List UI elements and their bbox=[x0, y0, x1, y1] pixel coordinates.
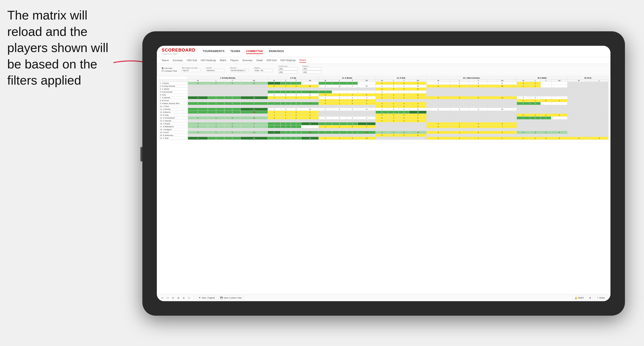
matrix-cell: 2 bbox=[516, 82, 530, 85]
matrix-cell bbox=[347, 134, 358, 137]
matrix-cell bbox=[540, 96, 551, 99]
matrix-cell: 11 bbox=[240, 108, 268, 111]
nav-committee[interactable]: COMMITTEE bbox=[246, 49, 263, 54]
subnav-h2hgrid2[interactable]: H2H Grid bbox=[266, 58, 276, 62]
matrix-cell: 40 bbox=[301, 85, 319, 88]
matrix-cell bbox=[590, 120, 608, 122]
matrix-cell: 1 bbox=[291, 125, 301, 128]
subnav-h2hgrid[interactable]: H2H Grid bbox=[187, 58, 197, 62]
matrix-cell bbox=[516, 134, 530, 137]
subnav-players[interactable]: Players bbox=[230, 58, 238, 62]
players-select2[interactable]: (All) bbox=[302, 71, 322, 74]
matrix-cell bbox=[530, 122, 540, 125]
view-original-btn[interactable]: 👁 View: Original bbox=[197, 296, 216, 300]
matrix-cell: 3 bbox=[188, 117, 208, 120]
matrix-cell: 7 bbox=[280, 85, 291, 88]
subnav-matrix2[interactable]: Matrix bbox=[300, 58, 306, 63]
layout-btn[interactable]: ⊞ bbox=[588, 296, 593, 300]
subnav-h2hheatmap2[interactable]: H2H Heatmap bbox=[280, 58, 296, 62]
matrix-cell: 1 bbox=[188, 102, 208, 105]
redo-icon[interactable]: ↪ bbox=[166, 296, 170, 300]
matrix-cell bbox=[426, 88, 450, 91]
matrix-cell: 17 bbox=[409, 108, 426, 111]
region-label: Region bbox=[254, 67, 274, 69]
table-row: 20. E Andersson0108 bbox=[159, 134, 608, 137]
matrix-cell: 0 bbox=[208, 111, 224, 114]
matrix-table: 2. M Kelly Mulcahy 6. A Dy 11. G Woods 2… bbox=[159, 76, 608, 140]
players-label: Players bbox=[302, 65, 322, 67]
matrix-cell bbox=[301, 88, 319, 91]
matrix-cell: 0 bbox=[469, 125, 488, 128]
nav-rankings[interactable]: RANKINGS bbox=[269, 49, 284, 54]
players-select1[interactable]: (All) bbox=[302, 67, 322, 70]
compact-view-radio[interactable]: Compact View bbox=[162, 70, 177, 72]
matrix-cell bbox=[388, 99, 399, 102]
matrix-cell: 11 bbox=[409, 93, 426, 96]
max-players-select[interactable]: Top 25 bbox=[182, 69, 201, 72]
zoom-out-icon[interactable]: ⊖ bbox=[182, 296, 185, 300]
matrix-cell bbox=[530, 105, 540, 108]
matrix-cell bbox=[208, 128, 224, 131]
full-view-dot bbox=[162, 67, 164, 69]
matrix-cell bbox=[530, 108, 540, 111]
matrix-cell bbox=[301, 128, 319, 131]
matrix-cell: 3 bbox=[450, 82, 469, 85]
filter-bar: Full View Compact View Max players in vi… bbox=[157, 64, 610, 75]
matrix-cell: 0 bbox=[426, 122, 450, 125]
sh-d6: Dif bbox=[551, 80, 568, 82]
nav-tournaments[interactable]: TOURNAMENTS bbox=[203, 49, 225, 54]
watch-btn[interactable]: 🔔 Watch bbox=[573, 296, 586, 300]
matrix-cell: 1 bbox=[388, 96, 399, 99]
save-custom-btn[interactable]: 💾 Save Custom View bbox=[218, 296, 244, 300]
matrix-cell: 0 bbox=[224, 117, 240, 120]
matrix-cell bbox=[388, 137, 399, 140]
matrix-cell: 0 bbox=[376, 134, 388, 137]
matrix-cell bbox=[347, 111, 358, 114]
zoom-in-icon[interactable]: ⊕ bbox=[176, 296, 180, 300]
region-select[interactable]: East - DII bbox=[254, 69, 274, 72]
subnav-summary[interactable]: Summary bbox=[172, 58, 183, 62]
conference-select2[interactable]: (All) bbox=[278, 71, 298, 74]
sub-navigation: Teams Summary H2H Grid H2H Heatmap Matri… bbox=[157, 57, 610, 64]
logo-subtitle: Powered by clippd bbox=[162, 53, 196, 55]
matrix-cell bbox=[568, 96, 590, 99]
matrix-cell bbox=[568, 85, 590, 88]
full-view-radio[interactable]: Full View bbox=[162, 67, 177, 69]
refresh-icon[interactable]: ⟳ bbox=[171, 296, 175, 300]
matrix-cell: 4 bbox=[409, 96, 426, 99]
matrix-cell bbox=[590, 91, 608, 93]
matrix-cell bbox=[568, 99, 590, 102]
matrix-cell: 5 bbox=[409, 117, 426, 120]
share-btn[interactable]: ↗ Share bbox=[595, 296, 606, 300]
matrix-cell bbox=[450, 111, 469, 114]
share-icon: ↗ bbox=[596, 297, 598, 299]
matrix-cell bbox=[426, 99, 450, 102]
subnav-h2hheatmap[interactable]: H2H Heatmap bbox=[201, 58, 216, 62]
subnav-detail[interactable]: Detail bbox=[256, 58, 263, 62]
matrix-cell: 17 bbox=[409, 88, 426, 91]
matrix-cell: 3 bbox=[488, 122, 516, 125]
division-select[interactable]: NCAA Division II bbox=[230, 69, 249, 72]
nav-teams[interactable]: TEAMS bbox=[230, 49, 240, 54]
matrix-cell: 0 bbox=[280, 122, 291, 125]
matrix-cell bbox=[590, 99, 608, 102]
subnav-matrix[interactable]: Matrix bbox=[220, 58, 226, 62]
matrix-cell bbox=[240, 99, 268, 102]
conference-select1[interactable]: (All) bbox=[278, 67, 298, 70]
matrix-cell bbox=[268, 134, 280, 137]
matrix-cell: 3 bbox=[358, 99, 376, 102]
matrix-cell bbox=[590, 131, 608, 134]
matrix-cell bbox=[240, 114, 268, 117]
gender-select[interactable]: Women's bbox=[206, 69, 225, 72]
undo-icon[interactable]: ↩ bbox=[161, 296, 164, 300]
matrix-cell: 14 bbox=[240, 117, 268, 120]
matrix-cell: 1 bbox=[291, 82, 301, 85]
matrix-cell: 0 bbox=[399, 102, 409, 105]
subnav-teams[interactable]: Teams bbox=[162, 58, 169, 62]
settings-icon[interactable]: ☉ bbox=[187, 296, 191, 300]
matrix-cell: 0 bbox=[530, 102, 540, 105]
matrix-cell bbox=[551, 122, 568, 125]
sh-l5: L bbox=[450, 80, 469, 82]
matrix-cell bbox=[530, 125, 540, 128]
subnav-summary2[interactable]: Summary bbox=[242, 58, 253, 62]
